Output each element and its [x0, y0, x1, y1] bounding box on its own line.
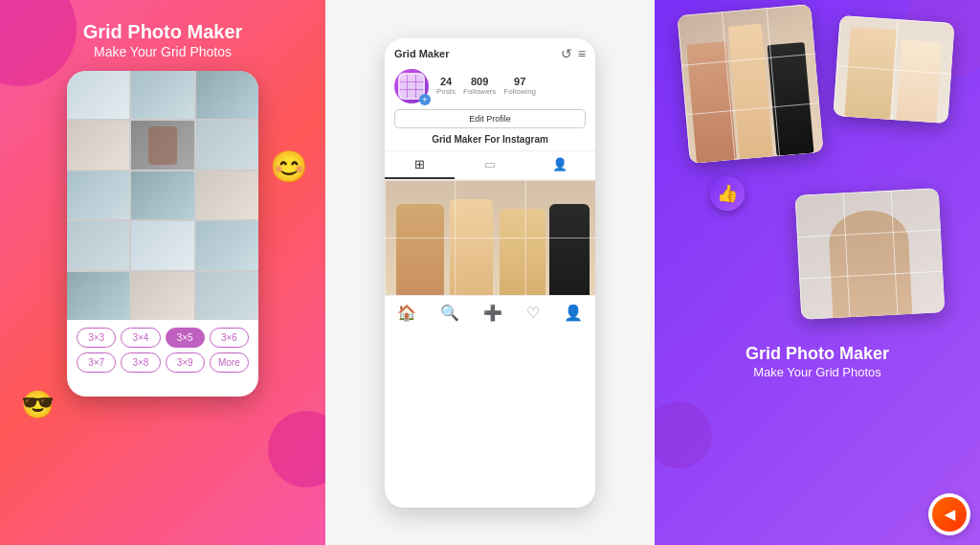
grid-cell [67, 121, 129, 169]
grid-cell [196, 171, 258, 219]
grid-size-buttons: 3×3 3×4 3×5 3×6 3×7 3×8 3×9 More [67, 320, 258, 378]
ig-header-icons: ↺ ≡ [561, 46, 586, 61]
grid-cell [196, 71, 258, 119]
ig-app-title: Grid Maker [394, 48, 449, 59]
scatter-card-portrait [795, 188, 946, 320]
add-icon[interactable]: ➕ [483, 304, 502, 322]
grid-cell [131, 272, 193, 320]
ig-header: Grid Maker ↺ ≡ [385, 38, 595, 65]
grid-cell [67, 221, 129, 269]
emoji-cool: 😎 [21, 389, 55, 420]
panel-2: Grid Maker ↺ ≡ + [325, 0, 655, 545]
history-icon[interactable]: ↺ [561, 46, 572, 61]
following-label: Following [503, 87, 536, 96]
ig-stat-following: 97 Following [503, 76, 536, 96]
grid-cell [67, 171, 129, 219]
grid-btn-3x6[interactable]: 3×6 [210, 328, 249, 348]
profile-icon[interactable]: 👤 [564, 304, 583, 322]
grid-cell [196, 121, 258, 169]
ig-stat-followers: 809 Followers [463, 76, 496, 96]
photo-group [678, 4, 824, 164]
phone-mockup-1: 3×3 3×4 3×5 3×6 3×7 3×8 3×9 More [67, 71, 258, 397]
grid-btn-3x9[interactable]: 3×9 [166, 352, 205, 373]
featured-photo [385, 180, 595, 295]
menu-icon[interactable]: ≡ [578, 46, 586, 61]
grid-btn-3x8[interactable]: 3×8 [121, 352, 160, 373]
posts-label: Posts [436, 87, 456, 96]
deco-circle-2 [268, 411, 325, 488]
photo-grid [67, 71, 258, 320]
ig-avatar[interactable]: + [394, 69, 429, 103]
panel-1: Grid Photo Maker Make Your Grid Photos [0, 0, 325, 545]
grid-btn-3x3[interactable]: 3×3 [77, 328, 116, 348]
photo-portrait [795, 188, 946, 320]
grid-btn-3x7[interactable]: 3×7 [77, 352, 116, 373]
grid-cell [131, 221, 193, 269]
avatar-cell [408, 82, 414, 89]
panel-1-subtitle: Make Your Grid Photos [94, 44, 232, 59]
grid-cell [131, 71, 193, 119]
panel-3-content: 👍 Grid Photo Maker Make Your Grid Photos [655, 0, 980, 545]
panel-3: 👍 Grid Photo Maker Make Your Grid Photos… [655, 0, 980, 545]
ig-stat-posts: 24 Posts [436, 76, 456, 96]
tab-grid[interactable]: ⊞ [385, 151, 455, 179]
ig-stats: 24 Posts 809 Followers 97 Following [436, 76, 536, 96]
grid-cell [131, 171, 193, 219]
ig-maker-label: Grid Maker For Instagram [385, 134, 595, 150]
grid-cell [67, 71, 129, 119]
thumbs-up-icon: 👍 [710, 176, 745, 211]
photo-fashion [833, 15, 954, 124]
grid-btn-more[interactable]: More [210, 352, 249, 373]
tab-person[interactable]: 👤 [525, 151, 595, 179]
avatar-cell [400, 82, 407, 89]
avatar-cell [408, 75, 414, 81]
home-icon[interactable]: 🏠 [397, 304, 416, 322]
avatar-cell [400, 75, 407, 81]
watermark-logo: ◀ [928, 493, 970, 535]
panel-3-text: Grid Photo Maker Make Your Grid Photos [746, 343, 889, 379]
heart-icon[interactable]: ♡ [526, 304, 540, 322]
grid-cell [196, 221, 258, 269]
scatter-card-fashion [833, 15, 954, 124]
avatar-cell [400, 90, 407, 97]
panel-1-title: Grid Photo Maker [83, 19, 243, 44]
following-count: 97 [503, 76, 536, 87]
avatar-cell [408, 90, 414, 97]
grid-overlay-2x2 [833, 15, 954, 124]
photo-scatter: 👍 [674, 10, 961, 335]
edit-profile-button[interactable]: Edit Profile [394, 109, 586, 128]
grid-cell [67, 272, 129, 320]
panel-3-subtitle: Make Your Grid Photos [746, 365, 889, 379]
grid-btn-3x4[interactable]: 3×4 [121, 328, 160, 348]
grid-btn-3x5[interactable]: 3×5 [166, 328, 205, 348]
scatter-card-group [678, 4, 824, 164]
avatar-cell [416, 75, 423, 81]
ig-tabs: ⊞ ▭ 👤 [385, 150, 595, 180]
phone-mockup-2: Grid Maker ↺ ≡ + [385, 38, 595, 508]
search-icon[interactable]: 🔍 [440, 304, 459, 322]
grid-cell [131, 121, 193, 169]
avatar-cell [416, 82, 423, 89]
grid-overlay-3x3-2 [795, 188, 946, 320]
emoji-face: 😊 [270, 148, 308, 185]
tab-phone[interactable]: ▭ [455, 151, 524, 179]
followers-count: 809 [463, 76, 496, 87]
grid-cell [196, 272, 258, 320]
grid-overlay [385, 180, 595, 295]
add-photo-icon[interactable]: + [419, 94, 431, 105]
followers-label: Followers [463, 87, 496, 96]
panel-3-title: Grid Photo Maker [746, 343, 889, 365]
watermark-icon: ◀ [932, 497, 967, 532]
posts-count: 24 [436, 76, 456, 87]
deco-circle-1 [0, 0, 77, 86]
ig-bottom-nav: 🏠 🔍 ➕ ♡ 👤 [385, 295, 595, 329]
ig-profile: + 24 Posts 809 Followers 97 Following [385, 65, 595, 109]
grid-overlay-3x3 [678, 4, 824, 164]
